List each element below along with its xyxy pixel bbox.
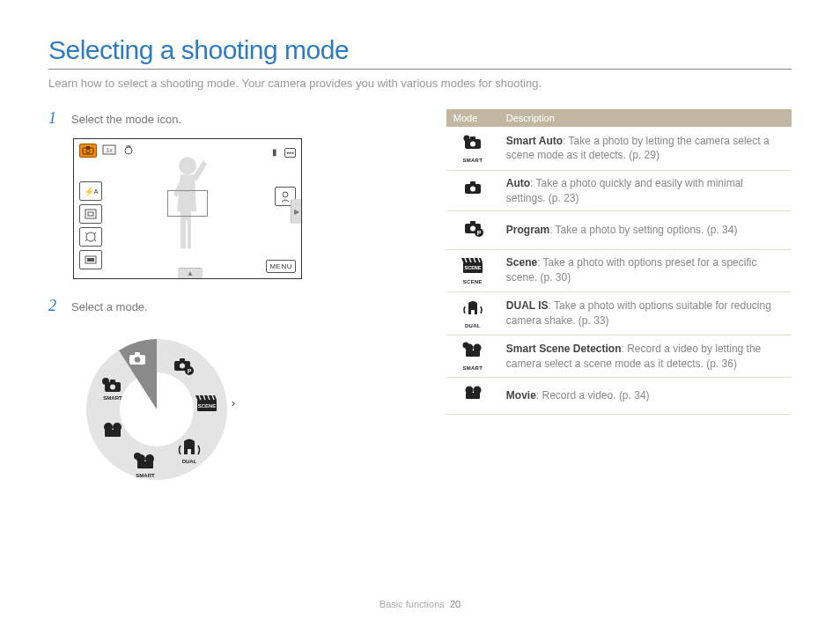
mode-icon (79, 144, 97, 158)
table-row: DUALDUAL IS: Take a photo with options s… (446, 291, 792, 335)
svg-point-27 (110, 385, 115, 390)
step-1: 1 Select the mode icon. (48, 109, 411, 128)
lcd-arrow-bottom: ▲ (178, 268, 203, 278)
svg-text:P: P (476, 230, 481, 236)
mode-icon-cell (446, 378, 499, 414)
step-2-number: 2 (48, 297, 61, 315)
battery-icon: ▪▪▪ (284, 148, 296, 158)
svg-rect-9 (88, 212, 93, 216)
table-row: PProgram: Take a photo by setting option… (446, 211, 792, 249)
svg-point-5 (125, 147, 132, 154)
svg-point-51 (470, 226, 475, 232)
table-row: Movie: Record a video. (p. 34) (446, 378, 792, 414)
mode-desc-cell: Auto: Take a photo quickly and easily wi… (499, 170, 792, 211)
mode-icon-cell: SMART (446, 127, 499, 170)
th-desc: Description (499, 109, 792, 127)
storage-icon: ▮ (272, 147, 277, 157)
timer-icon (122, 143, 135, 157)
svg-text:SMART: SMART (103, 395, 122, 401)
table-row: SMARTSmart Scene Detection: Record a vid… (446, 335, 792, 378)
step-1-text: Select the mode icon. (71, 113, 181, 126)
svg-rect-39 (137, 461, 153, 468)
svg-rect-50 (470, 221, 475, 225)
size-indicator-icon: 1x (100, 143, 118, 157)
svg-point-45 (463, 136, 469, 142)
svg-point-44 (470, 142, 475, 147)
svg-text:SMART: SMART (136, 473, 155, 478)
lcd-arrow-right: ▶ (291, 199, 301, 224)
footer-page: 20 (450, 599, 461, 609)
svg-rect-58 (466, 350, 480, 357)
svg-rect-18 (135, 352, 140, 356)
display-icon (79, 250, 102, 269)
table-row: SCENESCENEScene: Take a photo with optio… (446, 249, 792, 291)
step-2-text: Select a mode. (71, 300, 148, 313)
svg-rect-21 (180, 358, 185, 362)
svg-rect-62 (466, 393, 480, 399)
svg-point-10 (86, 232, 95, 241)
mode-desc-cell: Smart Scene Detection: Record a video by… (499, 335, 792, 378)
step-2: 2 Select a mode. (48, 297, 411, 315)
mode-icon-cell: P (446, 211, 499, 249)
svg-point-28 (102, 378, 109, 385)
mode-icon-cell: SMART (446, 335, 499, 378)
svg-point-48 (470, 187, 475, 192)
svg-point-19 (135, 357, 141, 363)
af-frame (167, 190, 208, 217)
svg-rect-43 (470, 136, 475, 140)
mode-icon-cell (446, 170, 499, 211)
svg-rect-47 (470, 181, 475, 185)
mode-icon-cell: SCENESCENE (446, 249, 499, 291)
page-title: Selecting a shooting mode (48, 35, 792, 70)
flash-icon: ⚡A (79, 181, 102, 201)
mode-desc-cell: Scene: Take a photo with options preset … (499, 249, 792, 291)
camera-lcd-illustration: 1x ▮ ▪▪▪ ⚡A (73, 138, 302, 279)
svg-point-40 (134, 453, 141, 460)
step-1-number: 1 (48, 109, 61, 128)
mode-desc-cell: DUAL IS: Take a photo with options suita… (499, 291, 792, 335)
modes-table: Mode Description SMARTSmart Auto: Take a… (446, 109, 792, 415)
svg-text:›: › (232, 397, 235, 409)
svg-rect-8 (85, 210, 96, 218)
page-footer: Basic functions 20 (0, 599, 840, 609)
svg-point-13 (283, 192, 288, 197)
face-detect-icon (79, 227, 102, 247)
mode-desc-cell: Smart Auto: Take a photo by letting the … (499, 127, 792, 170)
svg-text:DUAL: DUAL (182, 459, 197, 464)
table-row: Auto: Take a photo quickly and easily wi… (446, 170, 792, 211)
svg-rect-12 (87, 258, 94, 262)
table-row: SMARTSmart Auto: Take a photo by letting… (446, 127, 792, 170)
svg-text:1x: 1x (107, 147, 114, 153)
content-columns: 1 Select the mode icon. 1x ▮ (48, 109, 792, 493)
menu-button-label: MENU (266, 260, 296, 273)
svg-text:SCENE: SCENE (464, 265, 481, 270)
footer-section: Basic functions (379, 599, 445, 609)
svg-point-22 (180, 364, 185, 369)
mode-dial-illustration: P SMART SCENE › (73, 326, 240, 493)
mode-desc-cell: Program: Take a photo by setting options… (499, 211, 792, 249)
left-column: 1 Select the mode icon. 1x ▮ (48, 109, 411, 493)
svg-point-14 (179, 157, 196, 174)
svg-text:SCENE: SCENE (198, 403, 217, 409)
th-mode: Mode (446, 109, 499, 127)
svg-text:P: P (188, 368, 192, 374)
svg-point-59 (462, 343, 468, 349)
right-column: Mode Description SMARTSmart Auto: Take a… (446, 109, 792, 493)
mode-icon-cell: DUAL (446, 291, 499, 335)
focus-frame-icon (79, 204, 102, 224)
intro-text: Learn how to select a shooting mode. You… (48, 77, 792, 90)
svg-point-2 (86, 149, 90, 152)
svg-rect-26 (110, 380, 115, 383)
svg-rect-36 (105, 430, 121, 437)
svg-rect-1 (86, 146, 90, 149)
mode-desc-cell: Movie: Record a video. (p. 34) (499, 378, 792, 414)
